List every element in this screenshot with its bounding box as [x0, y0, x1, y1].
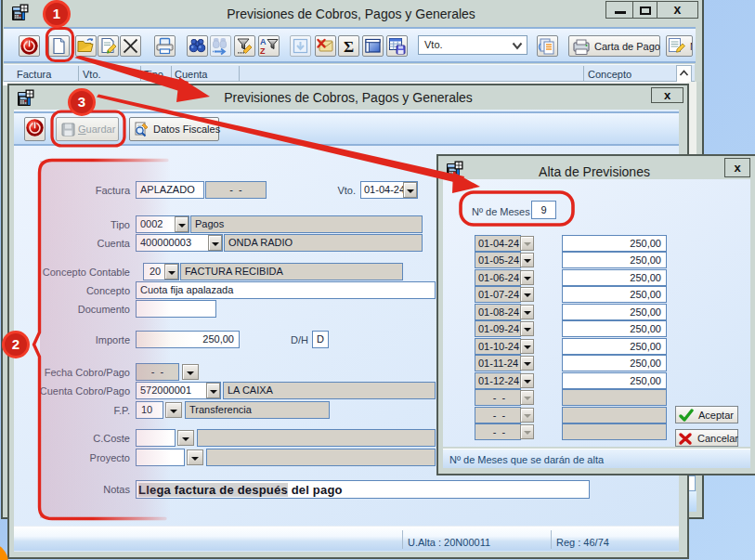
svg-text:A: A	[260, 37, 267, 46]
svg-text:Z: Z	[260, 46, 266, 56]
svg-text:Σ: Σ	[344, 38, 354, 56]
